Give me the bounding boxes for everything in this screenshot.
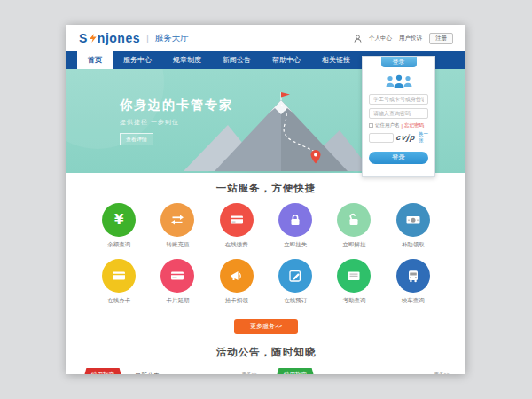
service-label: 余额查询 xyxy=(90,241,148,249)
logo-divider: | xyxy=(146,33,149,43)
captcha-refresh-link[interactable]: 换一张 xyxy=(419,131,428,144)
service-item-balance: ¥ 余额查询 xyxy=(90,203,148,249)
service-label: 考勤查询 xyxy=(325,297,383,305)
attendance-icon xyxy=(346,268,362,284)
announcements-title: 活动公告，随时知晓 xyxy=(66,346,466,359)
online-booking-button[interactable] xyxy=(278,259,312,293)
nav-item-links[interactable]: 相关链接 xyxy=(311,51,361,69)
lock-icon xyxy=(287,212,303,228)
latest-announcements-tab[interactable]: 最新公告 xyxy=(135,371,160,375)
service-item-report-loss: 立即挂失 xyxy=(266,203,325,249)
services-title: 一站服务，方便快捷 xyxy=(66,182,466,195)
header: S njones | 服务大厅 个人中心 用户投诉 注册 xyxy=(66,25,466,51)
password-input[interactable] xyxy=(369,108,428,119)
login-tab[interactable]: 登录 xyxy=(381,57,417,67)
username-input[interactable] xyxy=(369,94,428,105)
usage-guide-ribbon-green[interactable]: 使用指南 xyxy=(276,368,315,375)
nav-item-rules[interactable]: 规章制度 xyxy=(162,51,212,69)
service-label: 在线缴费 xyxy=(207,241,266,249)
captcha-input[interactable] xyxy=(369,133,394,143)
unlock-icon xyxy=(346,212,362,228)
service-item-lost-found: 拾卡招领 xyxy=(207,259,266,305)
more-services-button[interactable]: 更多服务>> xyxy=(234,319,298,334)
card-icon xyxy=(111,268,127,284)
apply-card-button[interactable] xyxy=(102,259,136,293)
online-payment-button[interactable] xyxy=(220,203,254,237)
service-item-pay: 在线缴费 xyxy=(207,203,266,249)
service-item-subsidy: 补助领取 xyxy=(384,203,442,249)
services-grid: ¥ 余额查询 转账充值 在线缴费 立即挂失 xyxy=(90,203,442,305)
service-label: 在线办卡 xyxy=(90,297,148,305)
hero-cta-button[interactable]: 查看详情 xyxy=(120,133,153,145)
separator: | xyxy=(402,123,403,129)
service-item-apply-card: 在线办卡 xyxy=(90,259,148,305)
guide-panel-left: 使用指南 最新公告 更多>> xyxy=(80,371,260,375)
portal-page: S njones | 服务大厅 个人中心 用户投诉 注册 首页 服务中心 规章制… xyxy=(66,25,466,374)
service-item-booking: 在线预订 xyxy=(266,259,325,305)
service-item-transfer: 转账充值 xyxy=(148,203,207,249)
lost-found-button[interactable] xyxy=(220,259,254,293)
subsidy-button[interactable] xyxy=(396,203,430,237)
card-renew-button[interactable] xyxy=(160,259,194,293)
services-section: 一站服务，方便快捷 ¥ 余额查询 转账充值 在线缴费 xyxy=(66,173,466,334)
edit-icon xyxy=(287,268,303,284)
login-panel: 登录 记住用户名 | 忘记密码 cvjp 换一张 登录 xyxy=(362,56,435,177)
service-label: 补助领取 xyxy=(384,241,442,249)
transfer-recharge-button[interactable] xyxy=(160,203,194,237)
nav-item-help[interactable]: 帮助中心 xyxy=(262,51,311,69)
logo-bolt-icon xyxy=(89,33,97,43)
more-services-wrap: 更多服务>> xyxy=(66,316,466,334)
mountain-illustration xyxy=(166,91,374,173)
service-label: 立即解挂 xyxy=(325,241,383,249)
users-group-icon xyxy=(383,74,415,89)
service-item-school-bus: 校车查询 xyxy=(384,259,442,305)
logo-suffix: njones xyxy=(98,31,140,45)
service-item-attendance: 考勤查询 xyxy=(325,259,383,305)
left-more-link[interactable]: 更多>> xyxy=(242,372,257,375)
forgot-password-link[interactable]: 忘记密码 xyxy=(404,122,424,129)
register-button[interactable]: 注册 xyxy=(429,33,453,44)
remember-row: 记住用户名 | 忘记密码 xyxy=(369,122,428,129)
desktop-background: { "header": { "logo_prefix": "S", "logo_… xyxy=(0,0,532,399)
yen-icon: ¥ xyxy=(114,212,123,228)
service-label: 转账充值 xyxy=(148,241,207,249)
usage-guide-ribbon[interactable]: 使用指南 xyxy=(83,368,122,375)
banknote-icon xyxy=(405,212,421,228)
report-loss-button[interactable] xyxy=(278,203,312,237)
transfer-icon xyxy=(169,212,185,228)
remember-checkbox[interactable] xyxy=(369,123,373,128)
remember-label: 记住用户名 xyxy=(375,122,400,129)
service-label: 在线预订 xyxy=(266,297,325,305)
bank-card-icon xyxy=(229,212,245,228)
header-actions: 个人中心 用户投诉 注册 xyxy=(354,33,453,44)
right-more-link[interactable]: 更多>> xyxy=(434,372,450,375)
service-item-unfreeze: 立即解挂 xyxy=(325,203,383,249)
service-item-card-renew: 卡片延期 xyxy=(148,259,207,305)
captcha-image[interactable]: cvjp xyxy=(395,133,417,142)
service-label: 拾卡招领 xyxy=(207,297,266,305)
service-label: 卡片延期 xyxy=(148,297,207,305)
portal-name: 服务大厅 xyxy=(155,33,189,44)
logo[interactable]: S njones | 服务大厅 xyxy=(79,31,189,45)
balance-query-button[interactable]: ¥ xyxy=(102,203,136,237)
school-bus-query-button[interactable] xyxy=(396,259,430,293)
nav-item-home[interactable]: 首页 xyxy=(77,51,113,69)
announcements-section: 活动公告，随时知晓 使用指南 最新公告 更多>> 使用指南 更多>> xyxy=(66,346,466,375)
bus-icon xyxy=(405,268,421,284)
personal-center-link[interactable]: 个人中心 xyxy=(369,35,392,43)
unfreeze-button[interactable] xyxy=(337,203,371,237)
captcha-row: cvjp 换一张 xyxy=(369,131,428,144)
logo-prefix: S xyxy=(79,31,88,45)
user-feedback-link[interactable]: 用户投诉 xyxy=(399,35,422,43)
guide-panel-right: 使用指南 更多>> xyxy=(272,371,452,375)
login-submit-button[interactable]: 登录 xyxy=(369,152,428,164)
announcement-panels: 使用指南 最新公告 更多>> 使用指南 更多>> xyxy=(66,371,466,375)
user-icon xyxy=(354,35,362,43)
service-label: 校车查询 xyxy=(384,297,442,305)
service-label: 立即挂失 xyxy=(266,241,325,249)
nav-item-news[interactable]: 新闻公告 xyxy=(212,51,262,69)
nav-item-service-center[interactable]: 服务中心 xyxy=(113,51,162,69)
attendance-query-button[interactable] xyxy=(337,259,371,293)
card-icon xyxy=(169,268,185,284)
megaphone-icon xyxy=(229,268,245,284)
